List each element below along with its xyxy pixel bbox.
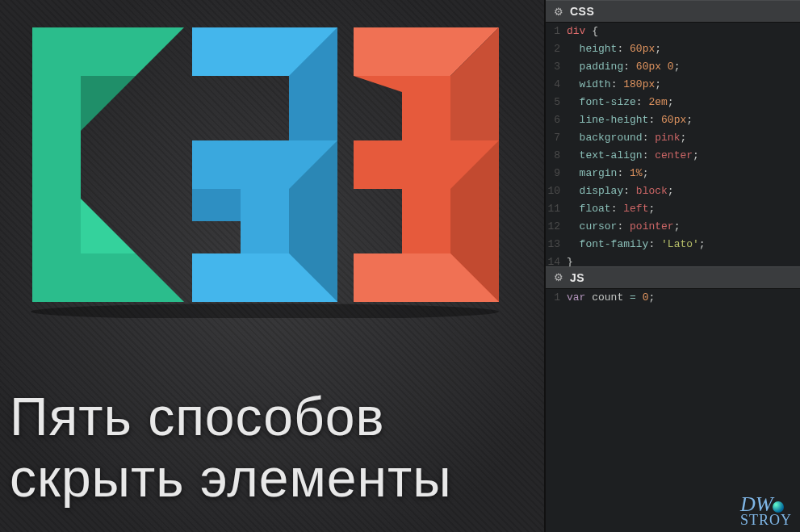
code-line[interactable]: 10 display: block; [546,182,800,200]
code-line[interactable]: 9 margin: 1%; [546,165,800,182]
js-code-editor[interactable]: 1var count = 0; [546,289,800,533]
gear-icon[interactable]: ⚙ [554,6,563,18]
editor-panel: ⚙ CSS 1div {2 height: 60px;3 padding: 60… [544,0,800,532]
line-number: 4 [546,76,567,94]
line-number: 3 [546,58,567,76]
hero-panel: Пять способов скрыть элементы [0,0,544,532]
code-content[interactable]: width: 180px; [567,76,661,94]
css-code-editor[interactable]: 1div {2 height: 60px;3 padding: 60px 0;4… [546,23,800,266]
code-line[interactable]: 7 background: pink; [546,129,800,147]
css-pane-title: CSS [570,5,594,18]
code-content[interactable]: float: left; [567,200,655,218]
line-number: 10 [546,182,567,200]
code-line[interactable]: 5 font-size: 2em; [546,94,800,111]
css-logo [15,11,515,318]
line-number: 12 [546,218,567,236]
code-line[interactable]: 11 float: left; [546,200,800,218]
code-content[interactable]: text-align: center; [567,147,699,165]
code-line[interactable]: 1div { [546,23,800,40]
svg-point-18 [31,304,499,318]
line-number: 1 [546,23,567,40]
svg-marker-17 [354,76,450,140]
js-pane-header[interactable]: ⚙ JS [546,266,800,289]
code-content[interactable]: display: block; [567,182,674,200]
code-content[interactable]: line-height: 60px; [567,111,693,129]
line-number: 9 [546,165,567,182]
line-number: 13 [546,236,567,253]
code-content[interactable]: height: 60px; [567,40,661,58]
code-line[interactable]: 1var count = 0; [546,289,800,307]
code-content[interactable]: margin: 1%; [567,165,648,182]
code-line[interactable]: 12 cursor: pointer; [546,218,800,236]
gear-icon[interactable]: ⚙ [554,271,563,283]
line-number: 7 [546,129,567,147]
code-content[interactable]: } [567,253,573,266]
svg-marker-0 [32,27,184,302]
code-content[interactable]: div { [567,23,598,40]
code-line[interactable]: 2 height: 60px; [546,40,800,58]
svg-marker-2 [81,199,136,253]
code-line[interactable]: 6 line-height: 60px; [546,111,800,129]
line-number: 6 [546,111,567,129]
code-line[interactable]: 14} [546,253,800,266]
code-line[interactable]: 3 padding: 60px 0; [546,58,800,76]
code-content[interactable]: font-size: 2em; [567,94,674,111]
css-pane-header[interactable]: ⚙ CSS [546,0,800,23]
line-number: 11 [546,200,567,218]
line-number: 2 [546,40,567,58]
code-content[interactable]: background: pink; [567,129,686,147]
headline-line2: скрыть элементы [10,448,452,509]
code-content[interactable]: font-family: 'Lato'; [567,236,706,253]
code-line[interactable]: 8 text-align: center; [546,147,800,165]
code-line[interactable]: 4 width: 180px; [546,76,800,94]
code-line[interactable]: 13 font-family: 'Lato'; [546,236,800,253]
svg-marker-1 [81,76,136,131]
line-number: 1 [546,289,567,307]
line-number: 14 [546,253,567,266]
headline: Пять способов скрыть элементы [10,387,452,509]
line-number: 8 [546,147,567,165]
code-content[interactable]: padding: 60px 0; [567,58,680,76]
code-content[interactable]: var count = 0; [567,289,655,307]
js-pane-title: JS [570,271,584,284]
line-number: 5 [546,94,567,111]
code-content[interactable]: cursor: pointer; [567,218,680,236]
headline-line1: Пять способов [10,387,452,448]
